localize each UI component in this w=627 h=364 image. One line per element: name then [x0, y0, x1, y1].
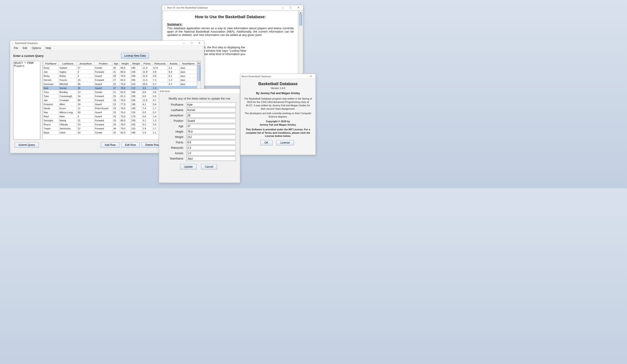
- table-cell[interactable]: Forward: [94, 78, 112, 82]
- table-cell[interactable]: 245: [130, 66, 142, 70]
- column-header[interactable]: FirstName: [43, 61, 59, 66]
- field-input-firstname[interactable]: [186, 102, 236, 107]
- table-row[interactable]: RudyGobert27Center2685.024511.012.82.2Ja…: [43, 66, 197, 70]
- table-cell[interactable]: Forward: [94, 127, 112, 131]
- table-cell[interactable]: Niang: [59, 118, 77, 123]
- table-cell[interactable]: 3.1: [142, 118, 152, 123]
- table-cell[interactable]: 23: [112, 106, 120, 110]
- table-cell[interactable]: 25: [112, 114, 120, 118]
- table-cell[interactable]: Mitrou-Long: [59, 110, 77, 114]
- table-cell[interactable]: 226: [130, 70, 142, 74]
- table-cell[interactable]: 78.0: [120, 123, 131, 127]
- scroll-thumb[interactable]: [299, 14, 302, 26]
- table-cell[interactable]: 28: [112, 74, 120, 78]
- table-cell[interactable]: 25: [112, 123, 120, 127]
- table-cell[interactable]: 79.0: [120, 127, 131, 131]
- table-cell[interactable]: Jazz: [179, 66, 197, 70]
- table-cell[interactable]: 6.1: [168, 74, 179, 78]
- table-cell[interactable]: 15: [77, 78, 94, 82]
- table-cell[interactable]: 220: [130, 127, 142, 131]
- table-cell[interactable]: Ekpe: [43, 131, 59, 135]
- table-cell[interactable]: Guard: [94, 82, 112, 86]
- table-cell[interactable]: Center: [94, 66, 112, 70]
- table-cell[interactable]: Joe: [43, 70, 59, 74]
- table-cell[interactable]: 3.7: [152, 82, 168, 86]
- cancel-button[interactable]: Cancel: [201, 164, 217, 169]
- table-cell[interactable]: 265: [130, 78, 142, 82]
- table-cell[interactable]: Rubio: [59, 74, 77, 78]
- column-header[interactable]: TeamName: [179, 61, 197, 66]
- table-cell[interactable]: Ricky: [43, 74, 59, 78]
- column-header[interactable]: JerseyNum: [77, 61, 94, 66]
- table-cell[interactable]: 79.0: [120, 86, 131, 90]
- field-input-assists[interactable]: [186, 151, 236, 155]
- close-button[interactable]: ✕: [294, 6, 302, 10]
- menu-edit[interactable]: Edit: [20, 46, 29, 50]
- ok-button[interactable]: OK: [260, 140, 272, 145]
- column-header[interactable]: Rebounds: [152, 61, 168, 66]
- table-cell[interactable]: 7.2: [152, 78, 168, 82]
- table-cell[interactable]: 4.1: [142, 102, 152, 106]
- maximize-button[interactable]: ☐: [287, 6, 294, 10]
- table-cell[interactable]: Jazz: [179, 78, 197, 82]
- table-cell[interactable]: 11: [77, 106, 94, 110]
- field-input-jerseynum[interactable]: [186, 113, 236, 118]
- table-cell[interactable]: 85.0: [120, 66, 131, 70]
- table-cell[interactable]: Forward: [94, 94, 112, 98]
- table-cell[interactable]: Raul: [43, 114, 59, 118]
- table-cell[interactable]: 28: [112, 98, 120, 102]
- table-cell[interactable]: 11.8: [142, 70, 152, 74]
- table-cell[interactable]: 198: [130, 102, 142, 106]
- table-cell[interactable]: Bradley: [59, 90, 77, 94]
- table-cell[interactable]: Grayson: [43, 102, 59, 106]
- table-cell[interactable]: Forward: [94, 98, 112, 102]
- table-cell[interactable]: Jazz: [179, 82, 197, 86]
- menu-options[interactable]: Options: [29, 46, 43, 50]
- table-cell[interactable]: 77.0: [120, 102, 131, 106]
- table-cell[interactable]: 245: [130, 131, 142, 135]
- table-cell[interactable]: 81.0: [120, 94, 131, 98]
- table-cell[interactable]: 78.0: [120, 106, 131, 110]
- field-input-weight[interactable]: [186, 135, 236, 139]
- table-cell[interactable]: Kyle: [43, 86, 59, 90]
- column-header[interactable]: Age: [112, 61, 120, 66]
- table-cell[interactable]: Guard: [94, 114, 112, 118]
- column-header[interactable]: Position: [94, 61, 112, 66]
- close-button[interactable]: ✕: [307, 74, 315, 78]
- table-cell[interactable]: 3.8: [152, 70, 168, 74]
- table-cell[interactable]: Gobert: [59, 66, 77, 70]
- table-cell[interactable]: 75.0: [120, 82, 131, 86]
- table-row[interactable]: DonovanMitchell45Guard2275.021520.53.73.…: [43, 82, 197, 86]
- table-cell[interactable]: 1.9: [142, 131, 152, 135]
- table-cell[interactable]: 34: [77, 94, 94, 98]
- table-cell[interactable]: 25: [112, 94, 120, 98]
- table-cell[interactable]: Jazz: [179, 70, 197, 74]
- table-cell[interactable]: 5.0: [168, 70, 179, 74]
- table-cell[interactable]: Cavanaugh: [59, 94, 77, 98]
- table-cell[interactable]: 76.0: [120, 110, 131, 114]
- column-header[interactable]: Assists: [168, 61, 179, 66]
- table-cell[interactable]: 12.8: [152, 66, 168, 70]
- menu-help[interactable]: Help: [43, 46, 53, 50]
- table-cell[interactable]: 0.8: [142, 94, 152, 98]
- table-cell[interactable]: 27: [77, 66, 94, 70]
- scroll-thumb[interactable]: [198, 65, 200, 81]
- table-cell[interactable]: Dante: [43, 106, 59, 110]
- table-row[interactable]: JoeIngles2Forward3180.022611.83.85.0Jazz: [43, 70, 197, 74]
- field-input-rebounds[interactable]: [186, 146, 236, 150]
- table-cell[interactable]: 22: [112, 82, 120, 86]
- scroll-up-icon[interactable]: ▲: [197, 61, 201, 65]
- table-cell[interactable]: Rudy: [43, 66, 59, 70]
- table-cell[interactable]: 2.9: [142, 127, 152, 131]
- table-cell[interactable]: 7.4: [142, 106, 152, 110]
- table-cell[interactable]: Sefolosha: [59, 127, 77, 131]
- table-cell[interactable]: 23: [77, 123, 94, 127]
- table-cell[interactable]: Guard: [94, 86, 112, 90]
- table-cell[interactable]: Naz: [43, 110, 59, 114]
- table-cell[interactable]: Forward: [94, 123, 112, 127]
- field-input-lastname[interactable]: [186, 108, 236, 112]
- field-input-points[interactable]: [186, 140, 236, 145]
- table-cell[interactable]: 25: [112, 118, 120, 123]
- table-cell[interactable]: Guard: [94, 110, 112, 114]
- table-cell[interactable]: 37: [112, 86, 120, 90]
